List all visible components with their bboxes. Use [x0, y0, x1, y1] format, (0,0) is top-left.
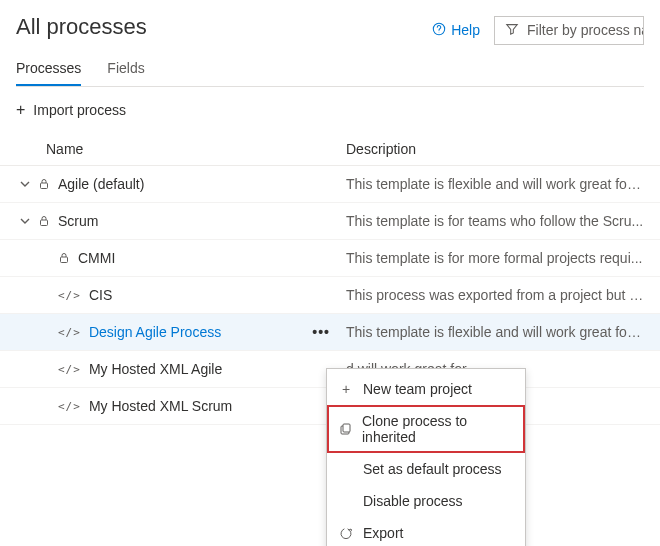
menu-label: Export — [363, 525, 403, 541]
menu-label: Set as default process — [363, 461, 502, 477]
table-row[interactable]: CMMI This template is for more formal pr… — [0, 240, 660, 277]
import-process-button[interactable]: + Import process — [16, 101, 644, 119]
process-name: CIS — [89, 287, 112, 303]
menu-label: Clone process to inherited — [362, 413, 513, 445]
plus-icon: + — [16, 101, 25, 119]
page-title: All processes — [16, 14, 147, 40]
process-name: My Hosted XML Agile — [89, 361, 222, 377]
menu-new-team-project[interactable]: + New team project — [327, 373, 525, 405]
process-description: This template is flexible and will work … — [346, 324, 644, 340]
menu-label: Disable process — [363, 493, 463, 509]
filter-icon — [505, 22, 519, 39]
plus-icon: + — [339, 381, 353, 397]
copy-icon — [339, 423, 352, 435]
col-header-description[interactable]: Description — [346, 141, 644, 157]
table-row[interactable]: Agile (default) This template is flexibl… — [0, 166, 660, 203]
code-icon: </> — [58, 289, 81, 302]
context-menu: + New team project Clone process to inhe… — [326, 368, 526, 546]
svg-point-1 — [439, 31, 440, 32]
svg-rect-4 — [61, 257, 68, 263]
chevron-down-icon[interactable] — [20, 216, 30, 226]
process-description: This template is for teams who follow th… — [346, 213, 644, 229]
menu-label: New team project — [363, 381, 472, 397]
menu-disable-process[interactable]: Disable process — [327, 485, 525, 517]
process-description: This template is for more formal project… — [346, 250, 644, 266]
tab-processes[interactable]: Processes — [16, 52, 81, 86]
tab-fields[interactable]: Fields — [107, 52, 144, 86]
menu-export[interactable]: Export — [327, 517, 525, 546]
filter-placeholder: Filter by process na — [527, 22, 644, 38]
code-icon: </> — [58, 400, 81, 413]
lock-icon — [38, 215, 50, 227]
svg-rect-3 — [41, 220, 48, 226]
process-description: This process was exported from a project… — [346, 287, 644, 303]
chevron-down-icon[interactable] — [20, 179, 30, 189]
more-actions-button[interactable]: ••• — [312, 324, 330, 340]
process-name: My Hosted XML Scrum — [89, 398, 232, 414]
menu-set-default[interactable]: Set as default process — [327, 453, 525, 485]
lock-icon — [58, 252, 70, 264]
process-name: Scrum — [58, 213, 98, 229]
process-name: Design Agile Process — [89, 324, 221, 340]
filter-input[interactable]: Filter by process na — [494, 16, 644, 45]
help-link[interactable]: Help — [432, 22, 480, 39]
process-description: This template is flexible and will work … — [346, 176, 644, 192]
code-icon: </> — [58, 363, 81, 376]
table-row[interactable]: </> CIS This process was exported from a… — [0, 277, 660, 314]
lock-icon — [38, 178, 50, 190]
process-name: CMMI — [78, 250, 115, 266]
code-icon: </> — [58, 326, 81, 339]
menu-clone-to-inherited[interactable]: Clone process to inherited — [327, 405, 525, 453]
help-label: Help — [451, 22, 480, 38]
export-icon — [339, 527, 353, 539]
svg-rect-2 — [41, 183, 48, 189]
svg-rect-5 — [343, 424, 350, 432]
process-name: Agile (default) — [58, 176, 144, 192]
table-row[interactable]: </> Design Agile Process ••• This templa… — [0, 314, 660, 351]
import-label: Import process — [33, 102, 126, 118]
col-header-name[interactable]: Name — [16, 141, 346, 157]
table-row[interactable]: Scrum This template is for teams who fol… — [0, 203, 660, 240]
table-header: Name Description — [0, 133, 660, 166]
help-icon — [432, 22, 446, 39]
